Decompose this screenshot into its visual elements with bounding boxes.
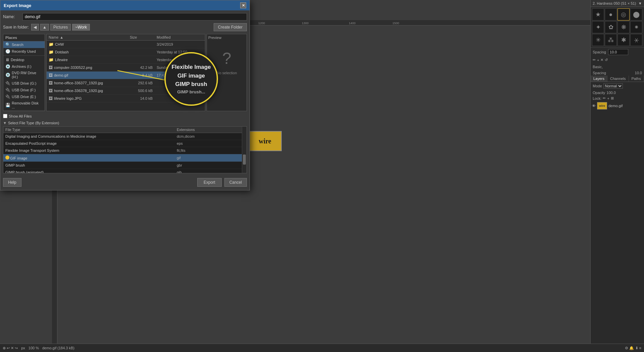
lock-row: Lock: ✏ + ⊞ xyxy=(591,95,644,101)
mode-select[interactable]: Normal xyxy=(603,83,623,89)
panel-expand-icon[interactable]: ▼ xyxy=(638,1,642,5)
sidebar-item-label: Desktop xyxy=(11,58,24,62)
col-size-header[interactable]: Size xyxy=(128,34,155,40)
sidebar-item-archives[interactable]: 💿 Archives (I:) xyxy=(3,63,45,70)
ft-row-gif[interactable]: GIF image gif xyxy=(3,154,242,162)
brush-item[interactable]: ⚹ xyxy=(630,34,642,46)
file-type-scrollbar[interactable] xyxy=(242,127,247,173)
save-label: Save in folder: xyxy=(3,25,30,30)
dialog-close-button[interactable]: ✕ xyxy=(240,2,246,8)
brush-item[interactable]: ⬤ xyxy=(630,8,642,20)
ft-row[interactable]: Flexible Image Transport System fit,fits xyxy=(3,147,242,154)
brush-refresh-icon[interactable]: ↺ xyxy=(605,58,608,62)
brush-item[interactable]: ⁂ xyxy=(605,34,617,46)
unit-label: px xyxy=(21,346,25,350)
cancel-button[interactable]: Cancel xyxy=(224,178,247,187)
show-all-files-checkbox[interactable] xyxy=(3,114,7,118)
help-button[interactable]: Help xyxy=(3,178,21,187)
spacing-full-label: Spacing xyxy=(593,71,606,75)
image-icon: 🖼 xyxy=(49,96,53,101)
folder-icon: 📁 xyxy=(49,42,54,47)
sidebar-item-removable[interactable]: 💾 Removable Disk ... xyxy=(3,100,45,110)
layer-eye-icon[interactable]: 👁 xyxy=(592,104,596,108)
folder-icon: 📁 xyxy=(49,50,54,54)
brush-new-icon[interactable]: + xyxy=(597,58,599,62)
file-type-scroll-area: File Type Extensions Digital Imaging and… xyxy=(3,127,242,173)
panel-tabs: Layers Channels Paths xyxy=(591,76,644,82)
select-file-type-row: ▼ Select File Type (By Extension) xyxy=(3,121,247,125)
preview-header: Preview xyxy=(208,36,221,40)
zoom-level: 100 % xyxy=(29,346,39,350)
spacing-input[interactable] xyxy=(608,49,628,55)
path-pictures-button[interactable]: Pictures xyxy=(50,24,71,31)
magnifier-overlay: Flexible Image GIF image GIMP brush GIMP… xyxy=(164,52,218,106)
show-all-files-checkbox-label[interactable]: Show All Files xyxy=(3,114,32,118)
brush-item[interactable]: ⁕ xyxy=(630,21,642,33)
sidebar-item-label: Removable Disk ... xyxy=(12,101,43,109)
ft-row[interactable]: GIMP brush gbr xyxy=(3,162,242,169)
image-icon: 🖼 xyxy=(49,81,53,85)
lock-icon[interactable]: ✏ xyxy=(603,96,606,100)
path-work-button[interactable]: ~Work xyxy=(72,24,90,31)
sidebar-item-recently-used[interactable]: 🕐 Recently Used xyxy=(3,48,45,55)
select-file-type-toggle[interactable]: ▼ xyxy=(3,121,7,125)
image-icon: 🖼 xyxy=(49,73,53,78)
layer-row[interactable]: 👁 wire demo.gif xyxy=(591,101,644,111)
brush-item[interactable]: ✱ xyxy=(618,34,630,46)
col-modified-header[interactable]: Modified xyxy=(155,34,205,40)
spacing-label: Spacing xyxy=(593,50,606,54)
image-icon: 🖼 xyxy=(49,88,53,93)
sidebar-item-desktop[interactable]: 🖥 Desktop xyxy=(3,56,45,63)
usb-g-icon: 🔌 xyxy=(5,81,10,86)
nav-back-button[interactable]: ◀ xyxy=(31,24,39,31)
brush-delete-icon[interactable]: ✕ xyxy=(600,58,603,62)
gif-dot xyxy=(5,156,9,160)
svg-text:1500: 1500 xyxy=(392,21,399,25)
sidebar-item-dvdrw[interactable]: 💿 DVD RW Drive (H:) xyxy=(3,70,45,80)
usb-f-icon: 🔌 xyxy=(5,88,10,92)
recently-used-icon: 🕐 xyxy=(5,49,10,54)
name-row: Name: xyxy=(3,13,247,20)
brush-item[interactable]: ✦ xyxy=(592,21,604,33)
sidebar-item-label: DVD RW Drive (H:) xyxy=(12,71,43,79)
nav-up-button[interactable]: ▲ xyxy=(40,24,49,31)
layer-mode-row: Mode Normal xyxy=(591,82,644,90)
preview-no-selection: No selection xyxy=(217,71,237,75)
brush-edit-icon[interactable]: ✏ xyxy=(593,58,596,62)
ft-row[interactable]: Encapsulated PostScript image eps xyxy=(3,140,242,147)
file-list-header: Name ▲ Size Modified xyxy=(47,34,205,41)
tab-channels[interactable]: Channels xyxy=(607,76,629,82)
search-icon: 🔍 xyxy=(5,42,10,47)
sidebar-item-usb-f[interactable]: 🔌 USB Drive (F:) xyxy=(3,87,45,93)
ft-row[interactable]: GIMP brush (animated) gih xyxy=(3,169,242,173)
svg-text:1300: 1300 xyxy=(302,21,309,25)
lock-all-icon[interactable]: ⊞ xyxy=(611,96,614,100)
brush-item[interactable]: ✿ xyxy=(605,21,617,33)
layer-name: demo.gif xyxy=(608,104,623,108)
magnifier-text-gimp-brush: GIMP brush xyxy=(175,80,207,89)
dialog-title: Export Image xyxy=(4,3,31,8)
col-name-header[interactable]: Name ▲ xyxy=(47,34,128,40)
sidebar-item-usb-g[interactable]: 🔌 USB Drive (G:) xyxy=(3,80,45,87)
create-folder-button[interactable]: Create Folder xyxy=(214,23,247,31)
ft-row[interactable]: Digital Imaging and Communications in Me… xyxy=(3,133,242,140)
brush-controls: Spacing xyxy=(591,47,644,56)
lock-pos-icon[interactable]: + xyxy=(607,96,609,100)
sidebar-item-search[interactable]: 🔍 Search xyxy=(3,41,45,48)
tab-paths[interactable]: Paths xyxy=(629,76,644,82)
brush-item[interactable]: ● xyxy=(605,8,617,20)
select-file-type-label[interactable]: Select File Type (By Extension) xyxy=(8,121,59,125)
sidebar-item-usb-e[interactable]: 🔌 USB Drive (E:) xyxy=(3,93,45,100)
brush-item[interactable]: ✳ xyxy=(592,34,604,46)
opacity-label: Opacity xyxy=(593,91,605,95)
export-button[interactable]: Export xyxy=(197,178,222,187)
file-row[interactable]: 📁CHW 3/24/2019 xyxy=(47,41,205,48)
canvas-image: wire xyxy=(248,131,282,151)
col-type-header: File Type xyxy=(3,127,175,133)
name-input[interactable] xyxy=(22,13,247,20)
tab-layers[interactable]: Layers xyxy=(591,76,607,82)
brush-item[interactable]: ◎ xyxy=(618,8,630,20)
brush-item[interactable]: ★ xyxy=(592,8,604,20)
save-row: Save in folder: ◀ ▲ Pictures ~Work Creat… xyxy=(3,23,247,31)
brush-item[interactable]: ❋ xyxy=(618,21,630,33)
